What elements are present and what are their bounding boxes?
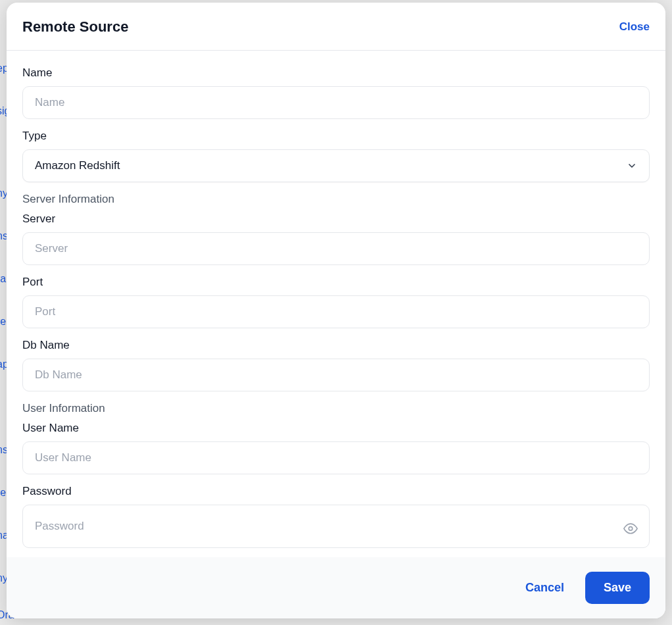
type-select[interactable]: Amazon Redshift — [22, 149, 650, 182]
modal-footer: Cancel Save — [7, 557, 665, 618]
modal-body: Name Type Amazon Redshift Server Informa… — [7, 51, 665, 557]
svg-point-0 — [629, 527, 633, 531]
bg-row-text: re — [0, 316, 6, 328]
port-input[interactable] — [22, 295, 650, 328]
password-wrapper — [22, 505, 650, 557]
toggle-password-visibility[interactable] — [623, 521, 638, 538]
bg-row-text: re — [0, 487, 6, 499]
user-section-label: User Information — [22, 402, 650, 415]
server-label: Server — [22, 213, 650, 226]
eye-icon — [623, 521, 638, 536]
user-name-input[interactable] — [22, 441, 650, 474]
close-button[interactable]: Close — [619, 20, 650, 34]
cancel-button[interactable]: Cancel — [520, 574, 569, 601]
server-section-label: Server Information — [22, 193, 650, 206]
name-label: Name — [22, 66, 650, 80]
type-label: Type — [22, 130, 650, 143]
server-input[interactable] — [22, 232, 650, 265]
save-button[interactable]: Save — [585, 572, 650, 604]
port-label: Port — [22, 276, 650, 289]
password-input[interactable] — [22, 505, 650, 548]
modal-title: Remote Source — [22, 18, 128, 36]
user-name-label: User Name — [22, 422, 650, 435]
db-name-label: Db Name — [22, 339, 650, 352]
modal-header: Remote Source Close — [7, 3, 665, 51]
password-label: Password — [22, 485, 650, 498]
name-input[interactable] — [22, 86, 650, 119]
type-selected-value: Amazon Redshift — [35, 159, 120, 172]
bg-row-text: ra — [0, 273, 6, 285]
db-name-input[interactable] — [22, 359, 650, 391]
remote-source-modal: Remote Source Close Name Type Amazon Red… — [7, 3, 665, 618]
chevron-down-icon — [627, 161, 637, 171]
